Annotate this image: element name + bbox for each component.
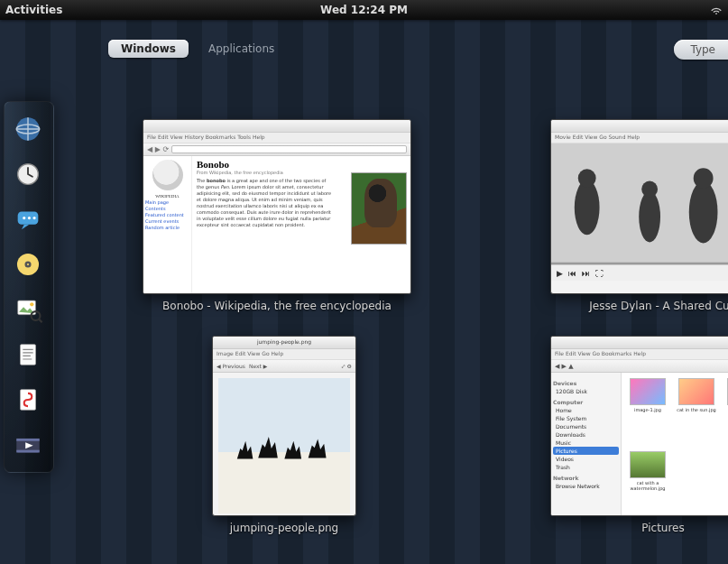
file-item[interactable]: cat with a watermelon.jpg — [627, 451, 668, 516]
window-caption: Pictures — [641, 522, 685, 534]
sidebar-item-selected[interactable]: Pictures — [553, 447, 619, 455]
network-icon[interactable] — [710, 3, 723, 18]
sidebar-item[interactable]: Videos — [553, 455, 619, 463]
image-canvas — [218, 378, 350, 513]
svg-rect-16 — [21, 345, 36, 365]
chat-icon[interactable] — [8, 199, 48, 239]
video-controls: ▶ ⏮ ⏭ ⛶ 0:10 — [551, 264, 728, 281]
window-overview: File Edit View History Bookmarks Tools H… — [90, 92, 728, 564]
svg-rect-20 — [16, 450, 40, 453]
text-editor-icon[interactable] — [8, 335, 48, 374]
article-title: Bonobo — [197, 159, 406, 170]
wikipedia-wordmark: WIKIPEDIA — [145, 194, 189, 199]
svg-point-27 — [689, 181, 718, 244]
dash — [4, 101, 54, 473]
prev-button[interactable]: ◀ Previous — [217, 363, 245, 369]
video-menu: Movie Edit View Go Sound Help — [551, 133, 728, 143]
browser-menu: File Edit View History Bookmarks Tools H… — [143, 133, 410, 143]
window-thumb-browser[interactable]: File Edit View History Bookmarks Tools H… — [143, 119, 411, 312]
web-browser-icon[interactable] — [8, 109, 48, 149]
window-thumb-files[interactable]: File Edit View Go Bookmarks Help ◀ ▶ ▲ ⊞… — [550, 336, 728, 534]
sidebar-item[interactable]: 120GB Disk — [553, 387, 619, 395]
image-titlebar: jumping-people.png — [213, 337, 355, 349]
prev-icon[interactable]: ⏮ — [568, 269, 576, 278]
file-item[interactable]: forest.png — [724, 378, 728, 444]
sidebar-item[interactable]: Trash — [553, 463, 619, 471]
svg-point-12 — [27, 264, 29, 265]
svg-point-25 — [639, 191, 660, 243]
sidebar-item[interactable]: Browse Network — [553, 482, 619, 490]
top-panel: Activities Wed 12:24 PM — [0, 0, 728, 20]
activities-overview: Windows Applications Type — [0, 20, 728, 564]
music-icon[interactable] — [8, 245, 48, 284]
clock[interactable]: Wed 12:24 PM — [320, 4, 408, 16]
files-menu: File Edit View Go Bookmarks Help — [551, 349, 728, 360]
video-frame — [551, 143, 728, 281]
fullscreen-icon[interactable]: ⛶ — [595, 269, 604, 278]
window-caption: Jesse Dylan - A Shared Cult — [589, 300, 728, 312]
files-sidebar: Devices 120GB Disk Computer Home File Sy… — [551, 373, 622, 516]
video-player-icon[interactable] — [8, 425, 48, 465]
sidebar-item[interactable]: Documents — [553, 422, 619, 430]
activities-button[interactable]: Activities — [5, 4, 62, 16]
sidebar-item[interactable]: Home — [553, 406, 619, 414]
svg-point-23 — [575, 180, 600, 236]
svg-point-8 — [28, 217, 31, 219]
svg-point-9 — [33, 217, 36, 219]
svg-point-26 — [641, 181, 658, 198]
svg-rect-19 — [16, 439, 40, 441]
next-button[interactable]: Next ▶ — [249, 363, 268, 369]
window-thumb-image[interactable]: jumping-people.png Image Edit View Go He… — [212, 336, 356, 534]
system-tray — [701, 3, 723, 18]
window-caption: jumping-people.png — [230, 522, 338, 534]
sidebar-item[interactable]: File System — [553, 414, 619, 422]
tab-windows[interactable]: Windows — [108, 40, 189, 58]
image-viewer-icon[interactable] — [8, 290, 48, 329]
svg-point-14 — [30, 302, 33, 306]
tab-applications[interactable]: Applications — [196, 40, 287, 58]
file-item[interactable]: cat in the sun.jpg — [676, 378, 717, 444]
play-icon[interactable]: ▶ — [557, 269, 563, 278]
window-caption: Bonobo - Wikipedia, the free encyclopedi… — [162, 300, 392, 312]
files-iconview: image-1.jpg cat in the sun.jpg forest.pn… — [622, 373, 728, 516]
file-item[interactable]: image-1.jpg — [627, 378, 668, 444]
next-icon[interactable]: ⏭ — [582, 269, 590, 278]
wikipedia-logo-icon — [152, 160, 183, 190]
svg-point-28 — [694, 168, 714, 188]
svg-point-7 — [23, 217, 25, 219]
document-viewer-icon[interactable] — [8, 380, 48, 420]
view-tabs: Windows Applications — [108, 40, 287, 58]
article-image — [351, 172, 407, 245]
sidebar-item[interactable]: Downloads — [553, 430, 619, 439]
window-thumb-video[interactable]: Movie Edit View Go Sound Help — [550, 119, 728, 312]
search-field[interactable]: Type — [674, 40, 728, 60]
clock-icon[interactable] — [8, 154, 48, 194]
image-menu: Image Edit View Go Help — [213, 349, 355, 360]
svg-point-24 — [578, 169, 596, 187]
svg-point-2 — [715, 13, 717, 14]
sidebar-item[interactable]: Music — [553, 439, 619, 447]
